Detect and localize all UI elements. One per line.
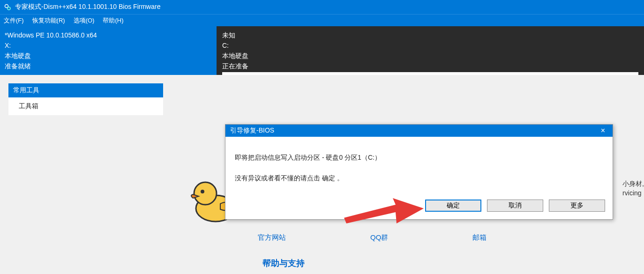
info-status: 准备就绪 xyxy=(5,61,212,71)
menubar: 文件(F) 恢复功能(R) 选项(O) 帮助(H) xyxy=(0,14,644,26)
progress-bar xyxy=(222,72,638,75)
dialog-buttons: 确定 取消 更多 xyxy=(225,200,613,219)
menu-file[interactable]: 文件(F) xyxy=(4,16,24,25)
svg-point-1 xyxy=(7,7,10,10)
help-support-title: 帮助与支持 xyxy=(262,258,305,269)
dialog-message-2: 没有异议或者看不懂的请点击 确定 。 xyxy=(235,171,603,185)
links-row: 官方网站 QQ群 邮箱 xyxy=(258,233,487,242)
titlebar: 专家模式-Dism++x64 10.1.1001.10 Bios Firmwar… xyxy=(0,0,644,14)
info-drive-c: C: xyxy=(222,40,638,51)
dialog-message-1: 即将把启动信息写入启动分区 - 硬盘0 分区1（C:） xyxy=(235,151,603,164)
dialog-titlebar[interactable]: 引导修复-BIOS × xyxy=(225,125,613,137)
info-os-unknown: 未知 xyxy=(222,30,638,40)
info-disk-type: 本地硬盘 xyxy=(5,51,212,61)
sidebar-header: 常用工具 xyxy=(8,83,163,97)
menu-options[interactable]: 选项(O) xyxy=(74,16,95,25)
dialog-title-text: 引导修复-BIOS xyxy=(230,126,274,135)
svg-point-4 xyxy=(201,190,204,193)
sidebar: *Windows PE 10.0.10586.0 x64 X: 本地硬盘 准备就… xyxy=(0,26,217,274)
link-qq[interactable]: QQ群 xyxy=(370,233,388,242)
ok-button[interactable]: 确定 xyxy=(425,200,481,212)
info-drive: X: xyxy=(5,40,212,51)
dialog-boot-repair: 引导修复-BIOS × 即将把启动信息写入启动分区 - 硬盘0 分区1（C:） … xyxy=(225,124,613,220)
svg-point-3 xyxy=(194,182,217,205)
info-status-preparing: 正在准备 xyxy=(222,61,638,71)
close-icon[interactable]: × xyxy=(598,126,608,135)
sidebar-section: 常用工具 工具箱 xyxy=(8,83,163,115)
sidebar-content: 常用工具 工具箱 xyxy=(0,75,217,274)
info-os: *Windows PE 10.0.10586.0 x64 xyxy=(5,30,212,40)
side-text: 小身材, rvicing xyxy=(622,179,644,198)
dialog-body: 即将把启动信息写入启动分区 - 硬盘0 分区1（C:） 没有异议或者看不懂的请点… xyxy=(225,137,613,200)
info-panel-left[interactable]: *Windows PE 10.0.10586.0 x64 X: 本地硬盘 准备就… xyxy=(0,26,217,75)
more-button[interactable]: 更多 xyxy=(549,200,605,212)
link-email[interactable]: 邮箱 xyxy=(472,233,487,242)
menu-help[interactable]: 帮助(H) xyxy=(103,16,123,25)
window-title: 专家模式-Dism++x64 10.1.1001.10 Bios Firmwar… xyxy=(15,3,160,11)
info-disk-type-local: 本地硬盘 xyxy=(222,51,638,61)
info-panel-right[interactable]: 未知 C: 本地硬盘 正在准备 xyxy=(217,26,644,75)
sidebar-item-toolbox[interactable]: 工具箱 xyxy=(8,97,163,115)
menu-recovery[interactable]: 恢复功能(R) xyxy=(32,16,65,25)
app-icon xyxy=(4,3,11,11)
cancel-button[interactable]: 取消 xyxy=(487,200,543,212)
link-website[interactable]: 官方网站 xyxy=(258,233,286,242)
